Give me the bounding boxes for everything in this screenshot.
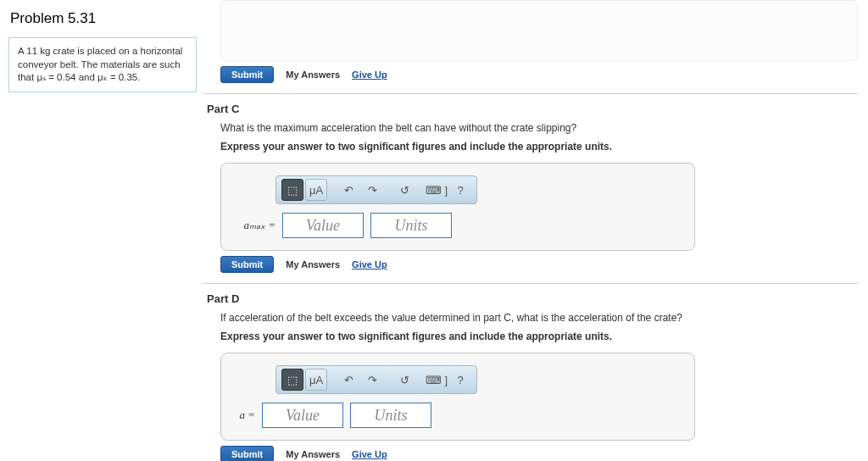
submit-button[interactable]: Submit (220, 446, 274, 461)
reset-icon[interactable]: ↺ (393, 369, 415, 391)
redo-icon[interactable]: ↷ (361, 179, 383, 201)
part-d-prefix: a = (236, 408, 255, 422)
keyboard-icon[interactable]: ⌨ ] (426, 179, 448, 201)
keyboard-icon[interactable]: ⌨ ] (426, 369, 448, 391)
part-c-question: What is the maximum acceleration the bel… (220, 122, 858, 134)
give-up-link[interactable]: Give Up (352, 449, 387, 459)
part-c-answer-line: aₘₐₓ = Value Units (236, 213, 682, 238)
part-d-answer-line: a = Value Units (236, 403, 682, 428)
my-answers-link[interactable]: My Answers (286, 259, 340, 269)
problem-statement-text: A 11 kg crate is placed on a horizontal … (18, 46, 182, 82)
sidebar: Problem 5.31 A 11 kg crate is placed on … (0, 0, 203, 461)
reset-icon[interactable]: ↺ (393, 179, 415, 201)
my-answers-link[interactable]: My Answers (286, 69, 340, 80)
divider (203, 283, 858, 284)
part-c-value-input[interactable]: Value (282, 213, 364, 238)
part-d-instruction: Express your answer to two significant f… (220, 330, 858, 342)
part-c-answer-panel: ⬚ μA ↶ ↷ ↺ ⌨ ] ? aₘₐₓ = Value Units (220, 163, 695, 251)
part-d-label: Part D (207, 292, 858, 305)
part-d-submit-row: Submit My Answers Give Up (220, 446, 858, 461)
problem-statement: A 11 kg crate is placed on a horizontal … (8, 37, 197, 92)
part-c-body: What is the maximum acceleration the bel… (220, 122, 858, 273)
submit-row-prev: Submit My Answers Give Up (220, 66, 858, 83)
problem-title: Problem 5.31 (10, 10, 197, 27)
part-d-toolbar: ⬚ μA ↶ ↷ ↺ ⌨ ] ? (275, 365, 477, 394)
previous-part-placeholder (220, 0, 858, 61)
undo-icon[interactable]: ↶ (337, 179, 359, 201)
submit-button[interactable]: Submit (220, 66, 274, 83)
templates-icon[interactable]: ⬚ (281, 369, 303, 391)
part-d-units-input[interactable]: Units (350, 403, 431, 428)
part-c-submit-row: Submit My Answers Give Up (220, 256, 858, 273)
mu-a-button[interactable]: μA (305, 369, 327, 391)
part-c-instruction: Express your answer to two significant f… (220, 141, 858, 153)
divider (203, 93, 858, 94)
part-c-toolbar: ⬚ μA ↶ ↷ ↺ ⌨ ] ? (275, 175, 477, 204)
part-c-units-input[interactable]: Units (370, 213, 452, 238)
main-content: Submit My Answers Give Up Part C What is… (203, 0, 868, 461)
submit-button[interactable]: Submit (220, 256, 274, 273)
part-d-answer-panel: ⬚ μA ↶ ↷ ↺ ⌨ ] ? a = Value Units (220, 353, 695, 441)
part-d-body: If acceleration of the belt exceeds the … (220, 312, 858, 461)
give-up-link[interactable]: Give Up (352, 259, 387, 269)
templates-icon[interactable]: ⬚ (281, 179, 303, 201)
help-icon[interactable]: ? (449, 369, 471, 391)
part-c-label: Part C (207, 103, 858, 115)
part-d-value-input[interactable]: Value (262, 403, 343, 428)
help-icon[interactable]: ? (449, 179, 471, 201)
part-c-prefix: aₘₐₓ = (236, 219, 275, 232)
give-up-link[interactable]: Give Up (352, 69, 387, 80)
undo-icon[interactable]: ↶ (337, 369, 359, 391)
mu-a-button[interactable]: μA (305, 179, 327, 201)
part-d-question: If acceleration of the belt exceeds the … (220, 312, 858, 324)
my-answers-link[interactable]: My Answers (286, 449, 340, 459)
redo-icon[interactable]: ↷ (361, 369, 383, 391)
